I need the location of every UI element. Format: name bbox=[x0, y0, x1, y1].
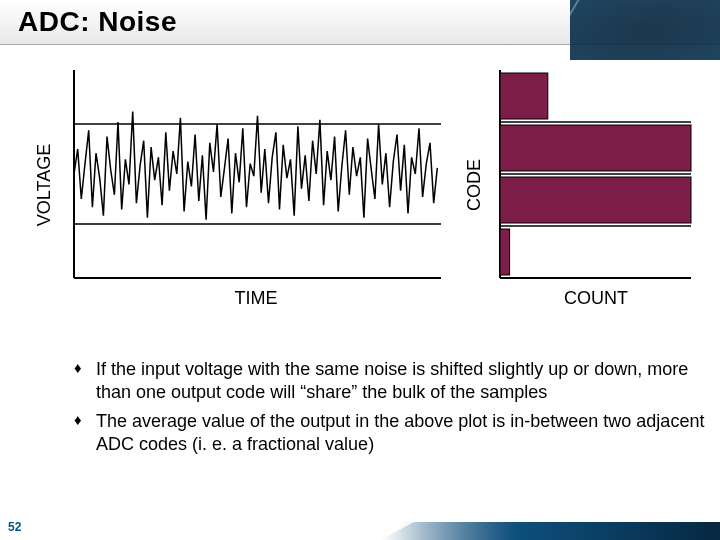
code-count-plot: CODE COUNT bbox=[466, 60, 696, 310]
histogram-bar bbox=[500, 229, 510, 275]
noise-trace bbox=[74, 112, 437, 220]
right-y-axis-label: CODE bbox=[466, 159, 484, 211]
plot-area: VOLTAGE TIME CODE COUNT bbox=[36, 60, 696, 310]
slide: ADC: Noise VOLTAGE TIME CODE COUNT If th… bbox=[0, 0, 720, 540]
histogram-bar bbox=[500, 125, 691, 171]
bullet-item: The average value of the output in the a… bbox=[74, 410, 714, 456]
histogram-bar bbox=[500, 73, 548, 119]
histogram-bar bbox=[500, 177, 691, 223]
right-x-axis-label: COUNT bbox=[564, 288, 628, 308]
corner-decoration bbox=[570, 0, 720, 60]
voltage-time-plot: VOLTAGE TIME bbox=[36, 60, 446, 310]
slide-title: ADC: Noise bbox=[18, 6, 177, 38]
bullet-item: If the input voltage with the same noise… bbox=[74, 358, 714, 404]
page-number: 52 bbox=[8, 520, 21, 534]
left-x-axis-label: TIME bbox=[235, 288, 278, 308]
footer-bar bbox=[0, 522, 720, 540]
bullet-list: If the input voltage with the same noise… bbox=[34, 358, 714, 462]
left-y-axis-label: VOLTAGE bbox=[36, 144, 54, 226]
